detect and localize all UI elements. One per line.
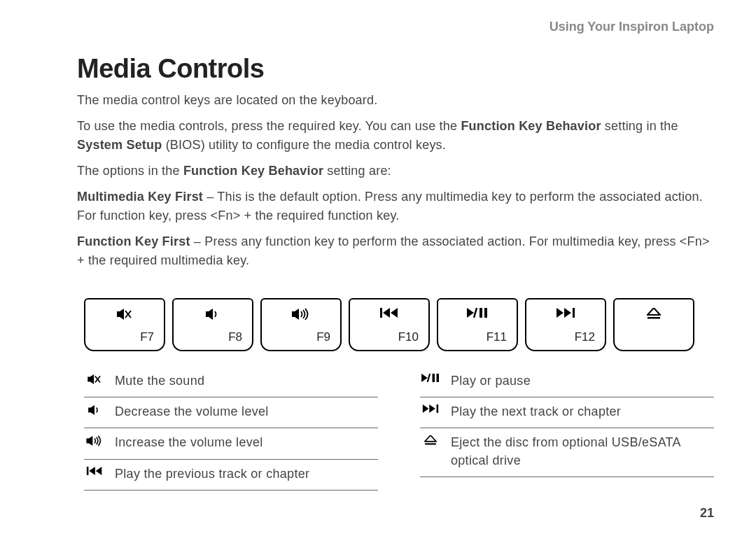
section-header: Using Your Inspiron Laptop <box>77 20 714 34</box>
text: setting in the <box>601 119 678 133</box>
svg-rect-23 <box>433 374 435 382</box>
svg-rect-24 <box>437 374 439 382</box>
previous-track-icon <box>86 467 103 475</box>
svg-rect-12 <box>573 308 575 318</box>
text: (BIOS) utility to configure the media co… <box>162 138 446 152</box>
intro-para-1: The media control keys are located on th… <box>77 91 714 110</box>
keyboard-key-f12: F12 <box>525 298 606 351</box>
svg-rect-14 <box>648 317 660 319</box>
legend: Mute the sound Decrease the volume level… <box>84 367 714 491</box>
intro-para-2: To use the media controls, press the req… <box>77 117 714 155</box>
svg-marker-3 <box>383 308 390 318</box>
svg-rect-17 <box>87 467 89 475</box>
key-fn-label: F7 <box>140 330 154 344</box>
mute-icon <box>87 374 102 385</box>
eject-icon <box>647 308 661 319</box>
legend-row-playpause: Play or pause <box>420 367 714 397</box>
svg-marker-13 <box>648 308 660 315</box>
legend-text: Increase the volume level <box>115 434 378 451</box>
legend-text: Play or pause <box>451 372 714 390</box>
option-function-first: Function Key First – Press any function … <box>77 232 714 270</box>
keyboard-key-f7: F7 <box>84 298 165 351</box>
keyboard-keys-row: F7 F8 F9 F10 F11 <box>84 298 714 351</box>
legend-row-next: Play the next track or chapter <box>420 397 714 428</box>
term-system-setup: System Setup <box>77 138 162 152</box>
svg-rect-27 <box>437 404 439 413</box>
legend-text: Mute the sound <box>115 372 378 390</box>
svg-marker-18 <box>89 467 95 475</box>
svg-rect-29 <box>425 444 436 445</box>
page-number: 21 <box>700 506 714 521</box>
svg-marker-26 <box>429 404 435 413</box>
svg-marker-19 <box>96 467 102 475</box>
text: To use the media controls, press the req… <box>77 119 461 133</box>
keyboard-key-f9: F9 <box>260 298 342 351</box>
mute-icon <box>116 308 133 320</box>
text: The options in the <box>77 164 183 178</box>
keyboard-key-f11: F11 <box>437 298 518 351</box>
svg-rect-9 <box>484 308 487 318</box>
svg-marker-25 <box>423 404 429 413</box>
key-fn-label: F12 <box>575 330 595 344</box>
svg-rect-8 <box>479 308 482 318</box>
legend-row-eject: Eject the disc from optional USB/eSATA o… <box>420 428 714 477</box>
volume-down-icon <box>205 308 220 320</box>
volume-up-icon <box>85 435 104 446</box>
keyboard-key-eject <box>613 298 694 351</box>
svg-marker-10 <box>556 308 564 318</box>
legend-text: Eject the disc from optional USB/eSATA o… <box>451 434 714 469</box>
volume-down-icon <box>88 404 102 416</box>
next-track-icon <box>422 404 439 413</box>
svg-marker-5 <box>467 308 474 318</box>
legend-text: Play the previous track or chapter <box>115 465 378 483</box>
key-fn-label: F9 <box>316 330 330 344</box>
play-pause-icon <box>421 374 440 382</box>
keyboard-key-f8: F8 <box>172 298 253 351</box>
legend-col-right: Play or pause Play the next track or cha… <box>420 367 714 491</box>
legend-col-left: Mute the sound Decrease the volume level… <box>84 367 378 491</box>
legend-row-volup: Increase the volume level <box>84 428 378 459</box>
key-fn-label: F8 <box>228 330 242 344</box>
term-function-key-behavior: Function Key Behavior <box>183 164 323 178</box>
volume-up-icon <box>291 308 311 320</box>
play-pause-icon <box>467 308 488 318</box>
text: setting are: <box>323 164 391 178</box>
legend-row-mute: Mute the sound <box>84 367 378 397</box>
legend-row-voldown: Decrease the volume level <box>84 397 378 428</box>
term-multimedia-key-first: Multimedia Key First <box>77 190 203 204</box>
svg-marker-28 <box>425 435 436 442</box>
term-function-key-first: Function Key First <box>77 234 190 248</box>
legend-text: Decrease the volume level <box>115 403 378 421</box>
legend-row-prev: Play the previous track or chapter <box>84 460 378 491</box>
svg-marker-20 <box>421 374 428 382</box>
page-title: Media Controls <box>77 54 714 84</box>
eject-icon <box>424 435 437 445</box>
legend-text: Play the next track or chapter <box>451 403 714 421</box>
svg-rect-2 <box>380 308 382 318</box>
options-intro: The options in the Function Key Behavior… <box>77 162 714 181</box>
term-function-key-behavior: Function Key Behavior <box>461 119 601 133</box>
key-fn-label: F10 <box>398 330 419 344</box>
svg-marker-11 <box>564 308 571 318</box>
keyboard-key-f10: F10 <box>349 298 430 351</box>
next-track-icon <box>556 308 575 318</box>
key-fn-label: F11 <box>486 330 507 344</box>
previous-track-icon <box>380 308 398 318</box>
option-multimedia-first: Multimedia Key First – This is the defau… <box>77 188 714 225</box>
svg-marker-4 <box>391 308 398 318</box>
